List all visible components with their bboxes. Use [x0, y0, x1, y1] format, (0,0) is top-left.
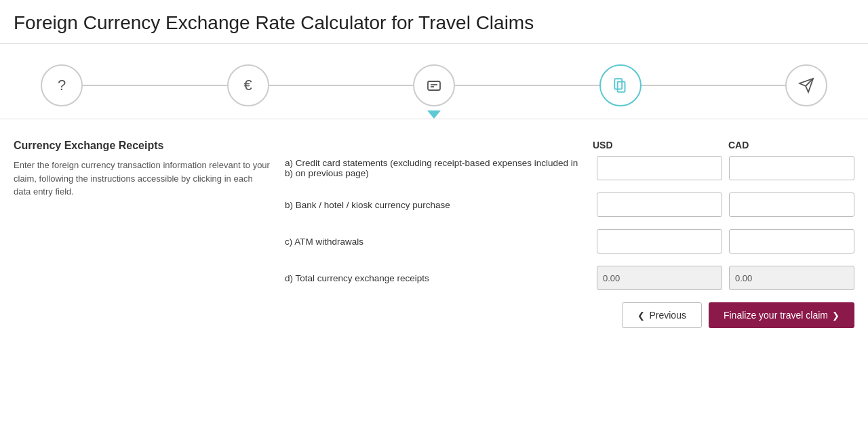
svg-rect-0: [428, 81, 440, 90]
step-line-3: [454, 85, 601, 86]
previous-button[interactable]: Previous: [622, 302, 701, 328]
row-a-usd-input[interactable]: [597, 156, 722, 180]
row-d-cad-input: [729, 266, 854, 290]
arrow-right-icon: [832, 310, 840, 321]
row-a-cad-input[interactable]: [729, 156, 854, 180]
arrow-left-icon: [637, 310, 645, 321]
section-description: Enter the foreign currency transaction i…: [14, 159, 271, 199]
previous-label: Previous: [649, 310, 686, 321]
row-a-inputs: [597, 156, 854, 180]
finalize-button[interactable]: Finalize your travel claim: [709, 302, 854, 328]
row-c-inputs: [597, 229, 854, 254]
finalize-label: Finalize your travel claim: [724, 310, 828, 321]
row-d-label: d) Total currency exchange receipts: [285, 273, 590, 283]
step-line-1: [81, 85, 229, 86]
step-line-2: [268, 85, 415, 86]
step-circle-3: [413, 64, 455, 106]
step-2[interactable]: €: [227, 64, 269, 106]
row-b-inputs: [597, 193, 854, 217]
row-a-label: a) Credit card statements (excluding rec…: [285, 158, 590, 178]
content-section: Currency Exchange Receipts Enter the for…: [0, 119, 868, 342]
step-5[interactable]: [785, 64, 827, 106]
row-d-inputs: [597, 266, 854, 290]
left-panel: Currency Exchange Receipts Enter the for…: [14, 140, 271, 328]
svg-rect-3: [614, 79, 622, 89]
row-d: d) Total currency exchange receipts: [285, 266, 854, 290]
row-c: c) ATM withdrawals: [285, 229, 854, 254]
usd-header: USD: [590, 140, 719, 150]
row-d-usd-input: [597, 266, 722, 290]
step-3[interactable]: [413, 64, 455, 106]
row-c-label: c) ATM withdrawals: [285, 237, 590, 247]
row-a: a) Credit card statements (excluding rec…: [285, 156, 854, 180]
row-b-usd-input[interactable]: [597, 193, 722, 217]
currency-headers: USD CAD: [285, 140, 854, 150]
stepper-section: ? €: [0, 44, 868, 119]
row-b: b) Bank / hotel / kiosk currency purchas…: [285, 193, 854, 217]
row-b-label: b) Bank / hotel / kiosk currency purchas…: [285, 200, 590, 210]
step-circle-2: €: [227, 64, 269, 106]
row-b-cad-input[interactable]: [729, 193, 854, 217]
step-1[interactable]: ?: [41, 64, 83, 106]
step-circle-5: [785, 64, 827, 106]
section-title: Currency Exchange Receipts: [14, 140, 271, 152]
right-panel: USD CAD a) Credit card statements (exclu…: [285, 140, 854, 328]
page-title: Foreign Currency Exchange Rate Calculato…: [0, 0, 868, 44]
stepper: ? €: [0, 58, 868, 106]
step-line-4: [640, 85, 787, 86]
step-circle-4: [599, 64, 642, 106]
cad-header: CAD: [726, 140, 854, 150]
row-c-cad-input[interactable]: [729, 229, 854, 254]
row-c-usd-input[interactable]: [597, 229, 722, 254]
step-circle-1: ?: [41, 64, 83, 106]
stepper-indicator: [427, 110, 441, 119]
step-4[interactable]: [599, 64, 642, 106]
footer-buttons: Previous Finalize your travel claim: [285, 302, 854, 328]
svg-rect-4: [617, 82, 625, 92]
